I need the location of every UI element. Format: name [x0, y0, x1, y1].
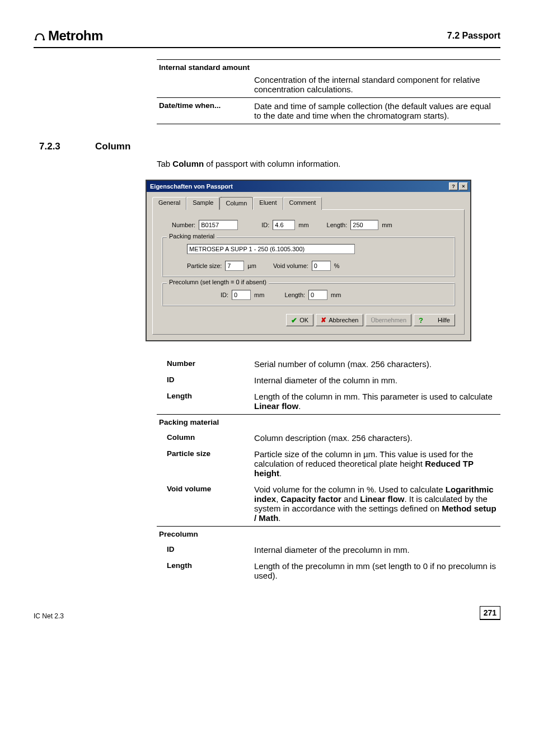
unit-length-mm: mm: [382, 222, 392, 228]
dialog-close-button[interactable]: ×: [459, 182, 468, 190]
apply-button[interactable]: Übernehmen: [366, 314, 411, 326]
section-number: 7.2.3: [39, 141, 95, 152]
desc-id: Internal diameter of the column in mm.: [252, 372, 500, 388]
term-number: Number: [157, 356, 252, 372]
desc-internal-standard-amount: Concentration of the internal standard c…: [252, 72, 500, 98]
section-heading: 7.2.3 Column: [34, 141, 500, 152]
term-id: ID: [157, 372, 252, 388]
term-void-volume: Void volume: [157, 481, 252, 527]
dialog-title-text: Eigenschaften von Passport: [150, 183, 233, 190]
section-reference: 7.2 Passport: [447, 31, 500, 41]
term-precolumn: Precolumn: [157, 527, 252, 542]
term-precol-length: Length: [157, 558, 252, 584]
term-column: Column: [157, 430, 252, 446]
desc-precol-length: Length of the precolumn in mm (set lengt…: [252, 558, 500, 584]
svg-rect-0: [35, 39, 37, 40]
unit-id-mm: mm: [298, 222, 308, 228]
label-precol-id: ID:: [221, 292, 228, 298]
cancel-button[interactable]: ✘ Abbrechen: [316, 314, 363, 326]
term-length: Length: [157, 388, 252, 415]
dialog-tabs: General Sample Column Eluent Comment: [152, 197, 465, 210]
desc-void-volume: Void volume for the column in %. Used to…: [252, 481, 500, 527]
definition-table-top: Internal standard amount Concentration o…: [157, 59, 500, 124]
page-header: Metrohm 7.2 Passport: [34, 28, 500, 48]
term-packing-material: Packing material: [157, 415, 252, 430]
term-precol-id: ID: [157, 542, 252, 558]
metrohm-logo-icon: [34, 31, 46, 41]
input-packing-text[interactable]: [187, 244, 355, 254]
section-title: Column: [95, 141, 130, 152]
tab-column[interactable]: Column: [219, 197, 253, 210]
page-number: 271: [480, 606, 500, 620]
label-number: Number:: [172, 222, 195, 228]
tab-comment[interactable]: Comment: [283, 197, 322, 210]
term-date-time-when: Date/time when...: [157, 98, 252, 124]
unit-void-pct: %: [334, 262, 340, 269]
desc-column: Column description (max. 256 characters)…: [252, 430, 500, 446]
svg-rect-1: [43, 39, 45, 40]
desc-number: Serial number of column (max. 256 charac…: [252, 356, 500, 372]
desc-precol-id: Internal diameter of the precolumn in mm…: [252, 542, 500, 558]
ok-button[interactable]: ✔ OK: [286, 314, 313, 326]
intro-text: Tab Column of passport with column infor…: [157, 159, 500, 168]
tab-general[interactable]: General: [152, 197, 186, 210]
label-length: Length:: [327, 222, 348, 228]
input-void-volume[interactable]: [312, 261, 331, 271]
legend-precolumn: Precolumn (set length = 0 if absent): [167, 279, 269, 285]
passport-properties-dialog: Eigenschaften von Passport ? × General S…: [146, 180, 471, 341]
term-particle-size: Particle size: [157, 446, 252, 481]
input-id[interactable]: [273, 220, 295, 230]
unit-precol-length-mm: mm: [331, 292, 341, 298]
input-length[interactable]: [350, 220, 378, 230]
desc-particle-size: Particle size of the column in µm. This …: [252, 446, 500, 481]
dialog-help-button[interactable]: ?: [449, 182, 458, 190]
input-precol-length[interactable]: [308, 290, 327, 300]
input-particle-size[interactable]: [225, 261, 244, 271]
logo-text: Metrohm: [48, 28, 103, 44]
x-icon: ✘: [321, 316, 326, 324]
label-id: ID:: [261, 222, 269, 228]
page-footer: IC Net 2.3 271: [34, 606, 500, 620]
fieldset-packing-material: Packing material Particle size: µm Void …: [162, 237, 455, 277]
term-internal-standard-amount: Internal standard amount: [157, 60, 500, 72]
label-precol-length: Length:: [284, 292, 305, 298]
input-precol-id[interactable]: [232, 290, 251, 300]
unit-precol-id-mm: mm: [254, 292, 264, 298]
unit-particle-um: µm: [247, 262, 256, 269]
dialog-button-row: ✔ OK ✘ Abbrechen Übernehmen ? Hilfe: [162, 314, 455, 326]
dialog-titlebar: Eigenschaften von Passport ? ×: [147, 181, 470, 192]
tab-panel-column: Number: ID: mm Length: mm Packing materi…: [152, 209, 465, 335]
input-number[interactable]: [199, 220, 238, 230]
desc-length: Length of the column in mm. This paramet…: [252, 388, 500, 415]
help-button[interactable]: ? Hilfe: [414, 314, 455, 326]
label-void-volume: Void volume:: [273, 262, 308, 269]
definition-table-main: Number Serial number of column (max. 256…: [157, 356, 500, 584]
tab-eluent[interactable]: Eluent: [253, 197, 283, 210]
label-particle-size: Particle size:: [187, 262, 222, 269]
tab-sample[interactable]: Sample: [186, 197, 219, 210]
desc-date-time-when: Date and time of sample collection (the …: [252, 98, 500, 124]
legend-packing-material: Packing material: [167, 233, 217, 240]
check-icon: ✔: [291, 316, 297, 325]
fieldset-precolumn: Precolumn (set length = 0 if absent) ID:…: [162, 283, 455, 306]
logo: Metrohm: [34, 28, 103, 44]
footer-left: IC Net 2.3: [34, 612, 64, 620]
question-icon: ?: [419, 316, 423, 325]
